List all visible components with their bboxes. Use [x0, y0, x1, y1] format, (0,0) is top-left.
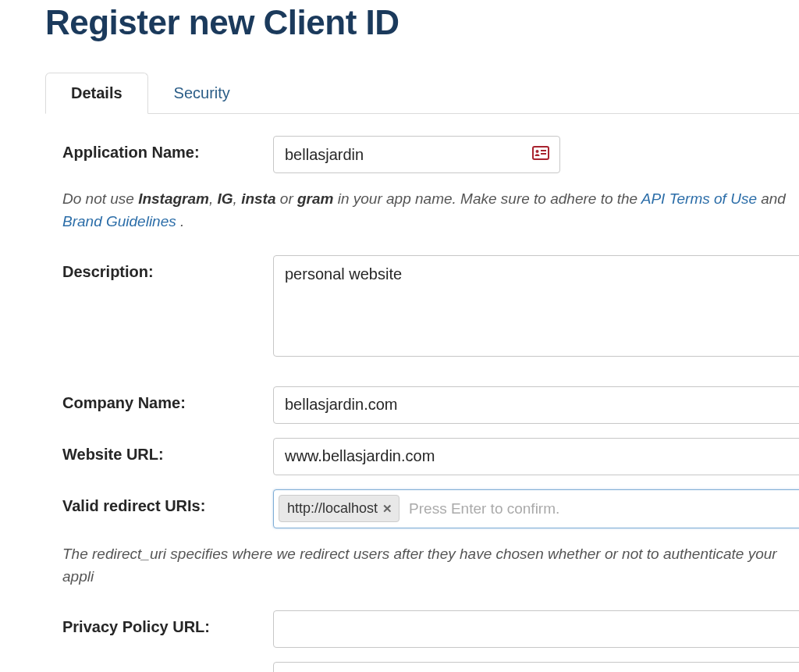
remove-tag-icon[interactable]: ✕ — [382, 502, 392, 516]
redirect-uris-input-container[interactable]: http://localhost ✕ — [273, 489, 799, 528]
redirect-uris-input[interactable] — [406, 496, 798, 522]
label-contact-email: Contact email: — [62, 662, 273, 672]
page-title: Register new Client ID — [45, 3, 799, 42]
link-api-terms[interactable]: API Terms of Use — [641, 190, 757, 207]
help-redirect-uri: The redirect_uri specifies where we redi… — [62, 542, 799, 588]
link-brand-guidelines[interactable]: Brand Guidelines — [62, 213, 176, 229]
website-url-input[interactable] — [273, 438, 799, 475]
tabs: Details Security — [45, 72, 799, 114]
tab-details[interactable]: Details — [45, 73, 148, 114]
tab-security[interactable]: Security — [148, 73, 256, 114]
label-application-name: Application Name: — [62, 136, 273, 162]
contact-email-input[interactable] — [273, 662, 799, 672]
redirect-uri-tag-text: http://localhost — [287, 500, 378, 517]
label-description: Description: — [62, 255, 273, 281]
label-redirect-uris: Valid redirect URIs: — [62, 489, 273, 515]
label-privacy-policy: Privacy Policy URL: — [62, 610, 273, 636]
privacy-policy-url-input[interactable] — [273, 610, 799, 648]
help-app-name: Do not use Instagram, IG, insta or gram … — [62, 187, 799, 233]
label-company-name: Company Name: — [62, 386, 273, 412]
company-name-input[interactable] — [273, 386, 799, 424]
application-name-input[interactable] — [273, 136, 560, 173]
redirect-uri-tag: http://localhost ✕ — [279, 495, 400, 522]
svg-point-3 — [536, 150, 539, 153]
description-input[interactable]: personal website — [273, 255, 799, 357]
label-website-url: Website URL: — [62, 438, 273, 464]
contact-card-icon — [532, 146, 549, 163]
